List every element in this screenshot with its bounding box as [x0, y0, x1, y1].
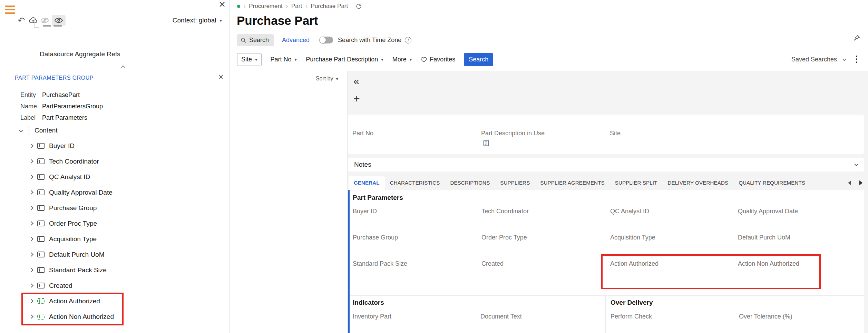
sort-by-dropdown[interactable]: Sort by ▾ [316, 76, 338, 82]
search-button[interactable]: Search [464, 53, 493, 66]
tree-node[interactable]: Tech Coordinator [0, 154, 230, 169]
part-header-card: Part No Part Description in Use Site [348, 115, 864, 154]
divider [605, 295, 606, 333]
chevron-right-icon[interactable] [29, 299, 33, 303]
property-row: Label Part Parameters [20, 112, 103, 124]
tree-node-label: Action Authorized [49, 297, 100, 305]
tab[interactable]: SUPPLIERS [495, 176, 535, 190]
breadcrumb-item[interactable]: Part [291, 3, 302, 10]
filter-description[interactable]: Purchase Part Description ▾ [306, 56, 383, 63]
tree-node[interactable]: QC Analyst ID [0, 169, 230, 185]
tab[interactable]: SUPPLIER SPLIT [610, 176, 663, 190]
scroll-up-icon[interactable] [121, 64, 125, 70]
saved-searches-label: Saved Searches [791, 56, 837, 63]
tab[interactable]: GENERAL [349, 176, 385, 190]
designer-toolbar: ↶ [17, 15, 66, 26]
field-icon [37, 283, 45, 288]
collapse-list-icon[interactable]: « [353, 76, 359, 86]
tab-scroll-right-icon[interactable] [859, 180, 862, 185]
notes-accordion[interactable]: Notes [348, 158, 864, 172]
eye-icon[interactable] [52, 15, 66, 26]
document-text-icon[interactable] [482, 139, 490, 148]
tab-bar: GENERAL CHARACTERISTICS DESCRIPTIONS SUP… [349, 176, 810, 190]
favorites-button[interactable]: Favorites [421, 56, 455, 63]
chevron-right-icon[interactable] [29, 206, 33, 210]
filter-label: Purchase Part Description [306, 56, 378, 63]
field-label-part-description: Part Description in Use [481, 130, 545, 137]
context-selector[interactable]: Context: global ▾ [173, 17, 222, 24]
chevron-down-icon: ▾ [295, 57, 297, 62]
tree-node[interactable]: Action Non Authorized [0, 309, 230, 324]
clipped-tree-item [43, 25, 62, 27]
group-icon [29, 126, 31, 135]
tab[interactable]: CHARACTERISTICS [385, 176, 445, 190]
part-parameters-grid: Buyer ID Tech Coordinator QC Analyst ID … [353, 208, 864, 267]
eye-off-icon[interactable] [40, 15, 50, 26]
tree-node[interactable]: Default Purch UoM [0, 247, 230, 262]
heart-icon [421, 57, 427, 62]
close-group-icon[interactable]: × [218, 73, 223, 81]
field-label-perform-check: Perform Check [611, 313, 652, 320]
breadcrumb-item[interactable]: Purchase Part [311, 3, 348, 10]
close-panel-icon[interactable]: × [219, 0, 225, 10]
property-row: Entity PurchasePart [20, 89, 103, 101]
breadcrumb-item[interactable]: Procurement [249, 3, 282, 10]
tab[interactable]: SUPPLIER AGREEMENTS [535, 176, 609, 190]
pin-icon[interactable] [853, 35, 860, 43]
menu-icon[interactable] [5, 6, 15, 14]
info-icon[interactable]: i [405, 37, 411, 43]
filter-site[interactable]: Site ▾ [237, 53, 262, 66]
chevron-right-icon[interactable] [29, 237, 33, 241]
tree-node[interactable]: Standard Pack Size [0, 262, 230, 278]
property-row: Name PartParametersGroup [20, 101, 103, 112]
refresh-icon[interactable] [355, 3, 362, 10]
page-header: › Procurement › Part › Purchase Part Pur… [230, 0, 868, 71]
property-label: Label [20, 114, 42, 121]
add-icon[interactable]: + [353, 93, 360, 104]
tree-node[interactable]: Quality Approval Date [0, 185, 230, 200]
filter-label: More [392, 56, 407, 63]
tree-node[interactable]: Purchase Group [0, 200, 230, 216]
chevron-right-icon[interactable] [29, 268, 33, 272]
kebab-menu-icon[interactable]: ⋮ [852, 54, 861, 65]
chevron-right-icon[interactable] [29, 144, 33, 148]
tree-node-datasource-aggregate-refs[interactable]: Datasource Aggregate Refs [40, 50, 120, 58]
tree-node[interactable]: Acquisition Type [0, 231, 230, 247]
undo-icon[interactable]: ↶ [17, 15, 26, 26]
tab[interactable]: DELIVERY OVERHEADS [663, 176, 734, 190]
tree-node-label: Created [49, 282, 72, 290]
chevron-right-icon[interactable] [29, 175, 33, 179]
notes-label: Notes [354, 161, 371, 168]
chevron-down-icon: ▾ [381, 57, 383, 62]
chevron-right-icon[interactable] [29, 190, 33, 195]
page-designer-panel: × ↶ Context: global ▾ Datasource Aggrega… [0, 0, 230, 333]
chevron-right-icon[interactable] [29, 314, 33, 319]
timezone-toggle[interactable] [319, 37, 333, 43]
chevron-right-icon[interactable] [29, 221, 33, 226]
search-chip[interactable]: Search [237, 34, 274, 46]
tab[interactable]: DESCRIPTIONS [445, 176, 495, 190]
chevron-down-icon[interactable] [19, 128, 23, 133]
group-properties: Entity PurchasePart Name PartParametersG… [20, 89, 103, 124]
tree-node[interactable]: Action Authorized [0, 293, 230, 309]
tab[interactable]: QUALITY REQUIREMENTS [733, 176, 810, 190]
chevron-down-icon[interactable] [854, 162, 859, 166]
saved-searches-dropdown[interactable]: Saved Searches [791, 56, 846, 63]
page-title: Purchase Part [237, 14, 318, 28]
field-icon [37, 298, 45, 304]
status-dot [237, 5, 240, 8]
tree-node[interactable]: Buyer ID [0, 138, 230, 154]
tab-scroll-left-icon[interactable] [848, 180, 851, 185]
search-icon [241, 37, 246, 43]
chevron-right-icon[interactable] [29, 252, 33, 257]
tree-node[interactable]: Order Proc Type [0, 216, 230, 231]
filter-part-no[interactable]: Part No ▾ [271, 56, 297, 63]
chevron-right-icon[interactable] [29, 159, 33, 164]
chevron-right-icon[interactable] [29, 283, 33, 288]
tree-node-label: Content [35, 127, 58, 134]
search-controls: Search Advanced Search with Time Zone i [237, 34, 411, 46]
advanced-search-link[interactable]: Advanced [282, 37, 310, 44]
filter-more[interactable]: More ▾ [392, 56, 412, 63]
tree-node[interactable]: Created [0, 278, 230, 293]
tree-node-content[interactable]: Content [0, 123, 230, 138]
